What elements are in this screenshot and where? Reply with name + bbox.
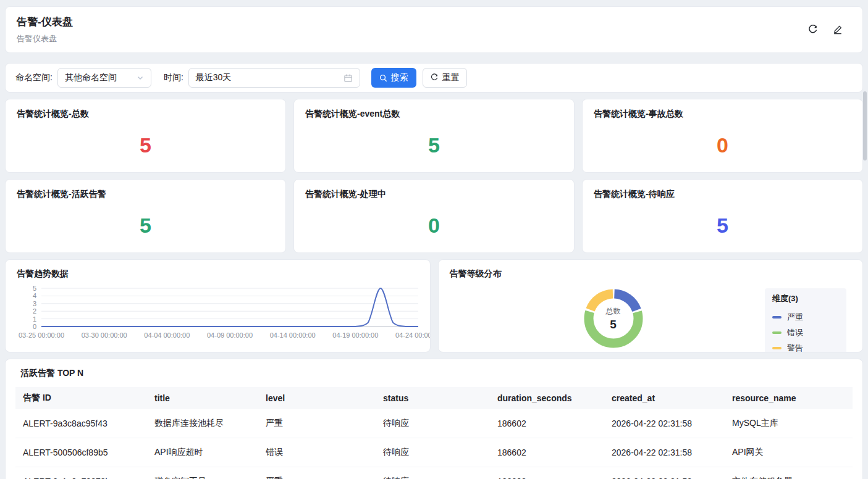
svg-text:04-04 00:00:00: 04-04 00:00:00 (144, 331, 190, 339)
column-header-alert-id: 告警 ID (15, 387, 147, 409)
legend-title: 维度(3) (772, 293, 839, 304)
header-titles: 告警-仪表盘 告警仪表盘 (17, 15, 73, 44)
svg-text:04-14 00:00:00: 04-14 00:00:00 (270, 331, 316, 339)
stat-card-event-total: 告警统计概览-event总数 5 (293, 99, 575, 173)
trend-line-chart: 01234503-25 00:00:0003-30 00:00:0004-04 … (17, 282, 419, 343)
legend-marker (772, 331, 782, 334)
cell-created-at: 2026-04-22 02:31:58 (604, 438, 725, 467)
legend-item-error[interactable]: 错误 (772, 325, 839, 340)
cell-level: 严重 (258, 409, 376, 438)
column-header-level: level (258, 387, 376, 409)
legend-label: 错误 (787, 327, 803, 338)
active-alerts-card: 活跃告警 TOP N 告警 ID title level status dura… (5, 359, 863, 479)
column-header-resource-name: resource_name (725, 387, 853, 409)
svg-text:4: 4 (33, 292, 36, 299)
reset-icon (430, 73, 439, 82)
search-button-label: 搜索 (391, 72, 408, 83)
stat-card-incident-total: 告警统计概览-事故总数 0 (582, 99, 863, 173)
stat-card-value: 5 (17, 200, 274, 243)
edit-icon[interactable] (833, 25, 843, 35)
header-actions (807, 25, 851, 35)
legend-item-warning[interactable]: 警告 (772, 340, 839, 352)
stat-card-total: 告警统计概览-总数 5 (5, 99, 286, 173)
chevron-down-icon (137, 74, 144, 81)
column-header-created-at: created_at (604, 387, 725, 409)
legend-marker (772, 316, 782, 319)
page-header: 告警-仪表盘 告警仪表盘 (5, 6, 863, 53)
stat-card-value: 0 (305, 200, 563, 243)
cell-alert-id: ALERT-9a3c8ac95f43 (15, 409, 147, 438)
search-button[interactable]: 搜索 (371, 68, 416, 88)
cell-title: 数据库连接池耗尽 (147, 409, 258, 438)
cell-duration: 186602 (490, 467, 604, 479)
time-range-input[interactable]: 最近30天 (188, 68, 360, 88)
svg-text:5: 5 (33, 285, 36, 292)
active-alerts-table: 告警 ID title level status duration_second… (15, 387, 853, 479)
stat-card-title: 告警统计概览-总数 (17, 109, 274, 120)
column-header-status: status (376, 387, 490, 409)
stat-cards-grid: 告警统计概览-总数 5 告警统计概览-event总数 5 告警统计概览-事故总数… (5, 99, 863, 253)
level-distribution-card: 告警等级分布 总数 5 维度(3) 严重 错误 (438, 259, 864, 352)
donut-legend: 维度(3) 严重 错误 警告 (765, 288, 846, 352)
stat-card-in-progress: 告警统计概览-处理中 0 (293, 179, 575, 253)
cell-resource-name: 文件存储服务器 (725, 467, 853, 479)
cell-status: 待响应 (376, 467, 490, 479)
stat-card-title: 告警统计概览-event总数 (305, 109, 563, 120)
legend-label: 警告 (787, 343, 803, 353)
stat-card-title: 告警统计概览-待响应 (594, 189, 851, 200)
stat-card-active-alerts: 告警统计概览-活跃告警 5 (5, 179, 286, 253)
cell-alert-id: ALERT-500506cf89b5 (15, 438, 147, 467)
table-row: ALERT-500506cf89b5 API响应超时 错误 待响应 186602… (15, 438, 853, 467)
stat-card-value: 0 (594, 120, 851, 163)
calendar-icon (343, 73, 353, 83)
cell-title: 磁盘空间不足 (147, 467, 258, 479)
legend-marker (772, 347, 782, 349)
cell-title: API响应超时 (147, 438, 258, 467)
table-row: ALERT-9a3c8ac95f43 数据库连接池耗尽 严重 待响应 18660… (15, 409, 853, 438)
namespace-select[interactable]: 其他命名空间 (57, 68, 151, 88)
cell-duration: 186602 (490, 409, 604, 438)
svg-text:04-19 00:00:00: 04-19 00:00:00 (332, 331, 378, 339)
stat-card-pending-response: 告警统计概览-待响应 5 (582, 179, 863, 253)
cell-alert-id: ALERT-8c1e0e79873b (15, 467, 147, 479)
active-alerts-title: 活跃告警 TOP N (15, 368, 853, 379)
legend-label: 严重 (787, 312, 803, 323)
cell-resource-name: MySQL主库 (725, 409, 853, 438)
reset-button-label: 重置 (442, 72, 460, 83)
table-header-row: 告警 ID title level status duration_second… (15, 387, 853, 409)
trend-chart-title: 告警趋势数据 (17, 269, 419, 280)
cell-created-at: 2026-04-22 02:31:58 (604, 467, 725, 479)
cell-created-at: 2026-04-22 02:31:58 (604, 409, 725, 438)
stat-card-value: 5 (594, 200, 851, 243)
namespace-select-value: 其他命名空间 (65, 72, 117, 83)
svg-text:03-30 00:00:00: 03-30 00:00:00 (82, 331, 127, 339)
level-donut-chart: 总数 5 (579, 285, 647, 352)
stat-card-title: 告警统计概览-处理中 (305, 189, 563, 200)
page-title: 告警-仪表盘 (17, 15, 73, 29)
svg-text:3: 3 (33, 300, 36, 307)
alert-dashboard-page: 告警-仪表盘 告警仪表盘 命名空间: 其他命名空间 时间: 最近30天 搜索 (0, 0, 868, 479)
stat-card-value: 5 (17, 120, 274, 163)
svg-text:04-24 00:00:00: 04-24 00:00:00 (395, 331, 431, 339)
stat-card-value: 5 (305, 120, 563, 163)
legend-item-critical[interactable]: 严重 (772, 309, 839, 325)
table-row: ALERT-8c1e0e79873b 磁盘空间不足 严重 待响应 186602 … (15, 467, 853, 479)
cell-resource-name: API网关 (725, 438, 853, 467)
reset-button[interactable]: 重置 (423, 68, 467, 88)
column-header-duration: duration_seconds (490, 387, 604, 409)
column-header-title: title (147, 387, 258, 409)
time-range-value: 最近30天 (196, 72, 232, 83)
svg-text:1: 1 (33, 315, 36, 323)
refresh-icon[interactable] (807, 25, 818, 35)
time-label: 时间: (164, 72, 183, 83)
cell-status: 待响应 (376, 438, 490, 467)
stat-card-title: 告警统计概览-活跃告警 (17, 189, 274, 200)
charts-row: 告警趋势数据 01234503-25 00:00:0003-30 00:00:0… (5, 259, 863, 352)
stat-card-title: 告警统计概览-事故总数 (594, 109, 851, 120)
svg-text:0: 0 (33, 323, 36, 330)
scrollbar[interactable] (863, 91, 867, 160)
level-distribution-title: 告警等级分布 (450, 269, 852, 280)
svg-text:04-09 00:00:00: 04-09 00:00:00 (207, 331, 253, 339)
cell-level: 错误 (258, 438, 376, 467)
page-subtitle: 告警仪表盘 (17, 33, 73, 44)
